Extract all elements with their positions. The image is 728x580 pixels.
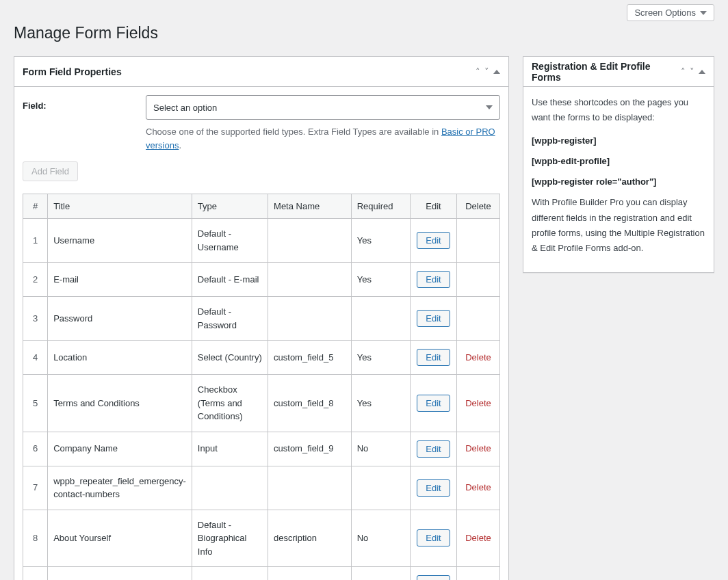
shortcode: [wppb-register]: [532, 133, 705, 148]
row-meta: [268, 219, 352, 263]
row-num: 6: [23, 432, 48, 466]
table-row: 1UsernameDefault - UsernameYesEdit: [23, 219, 500, 263]
row-required: No: [351, 510, 410, 567]
row-num: 3: [23, 297, 48, 341]
row-meta: [268, 466, 352, 510]
th-required: Required: [351, 194, 410, 219]
row-meta: custom_field_10: [268, 567, 352, 581]
row-type: Default - Biographical Info: [192, 510, 268, 567]
row-meta: description: [268, 510, 352, 567]
field-type-select[interactable]: Select an option: [146, 95, 500, 120]
row-type: [192, 466, 268, 510]
row-type: Select (Country): [192, 341, 268, 375]
row-required: Yes: [351, 375, 410, 432]
row-title: Company Name: [48, 432, 192, 466]
th-edit: Edit: [411, 194, 457, 219]
row-title: Terms and Conditions: [48, 375, 192, 432]
th-delete: Delete: [456, 194, 499, 219]
row-num: 4: [23, 341, 48, 375]
edit-button[interactable]: Edit: [417, 440, 450, 458]
edit-button[interactable]: Edit: [417, 395, 450, 412]
th-title: Title: [48, 194, 192, 219]
select-placeholder: Select an option: [153, 103, 217, 113]
row-required: [351, 466, 410, 510]
table-row: 5Terms and ConditionsCheckbox (Terms and…: [23, 375, 500, 432]
row-title: wppb_repeater_field_emergency-contact-nu…: [48, 466, 192, 510]
screen-options-button[interactable]: Screen Options: [627, 4, 714, 21]
move-up-icon[interactable]: ˄: [681, 66, 686, 77]
row-type: Default - Username: [192, 219, 268, 263]
row-required: Yes: [351, 219, 410, 263]
field-helptext: Choose one of the supported field types.…: [146, 125, 500, 152]
table-row: 4LocationSelect (Country)custom_field_5Y…: [23, 341, 500, 375]
row-num: 2: [23, 263, 48, 297]
table-row: 6Company NameInputcustom_field_9NoEditDe…: [23, 432, 500, 466]
move-down-icon[interactable]: ˅: [690, 66, 694, 77]
row-type: Default - Password: [192, 297, 268, 341]
row-type: Input: [192, 432, 268, 466]
row-type: Avatar: [192, 567, 268, 581]
chevron-down-icon: [486, 105, 493, 109]
delete-link[interactable]: Delete: [465, 352, 491, 362]
row-title: Password: [48, 297, 192, 341]
box-title: Form Field Properties: [23, 66, 122, 77]
delete-link[interactable]: Delete: [465, 443, 491, 453]
row-meta: custom_field_8: [268, 375, 352, 432]
row-required: No: [351, 567, 410, 581]
edit-button[interactable]: Edit: [417, 349, 450, 366]
row-title: Upload your Avatar: [48, 567, 192, 581]
page-title: Manage Form Fields: [14, 24, 714, 42]
table-row: 7wppb_repeater_field_emergency-contact-n…: [23, 466, 500, 510]
side-box-title: Registration & Edit Profile Forms: [532, 61, 681, 83]
shortcode: [wppb-edit-profile]: [532, 154, 705, 169]
edit-button[interactable]: Edit: [417, 479, 450, 497]
table-row: 9Upload your AvatarAvatarcustom_field_10…: [23, 567, 500, 581]
th-num: #: [23, 194, 48, 219]
row-num: 9: [23, 567, 48, 581]
row-type: Default - E-mail: [192, 263, 268, 297]
row-type: Checkbox (Terms and Conditions): [192, 375, 268, 432]
fields-table: # Title Type Meta Name Required Edit Del…: [23, 194, 500, 580]
th-type: Type: [192, 194, 268, 219]
row-num: 5: [23, 375, 48, 432]
row-required: No: [351, 432, 410, 466]
move-up-icon[interactable]: ˄: [476, 66, 480, 77]
table-row: 3PasswordDefault - PasswordEdit: [23, 297, 500, 341]
row-title: Username: [48, 219, 192, 263]
shortcode: [wppb-register role="author"]: [532, 174, 705, 189]
row-title: Location: [48, 341, 192, 375]
row-num: 1: [23, 219, 48, 263]
table-row: 8About YourselfDefault - Biographical In…: [23, 510, 500, 567]
edit-button[interactable]: Edit: [417, 575, 450, 580]
delete-link[interactable]: Delete: [465, 533, 491, 543]
toggle-icon[interactable]: [699, 70, 705, 74]
edit-button[interactable]: Edit: [417, 232, 450, 249]
delete-link[interactable]: Delete: [465, 398, 491, 408]
table-row: 2E-mailDefault - E-mailYesEdit: [23, 263, 500, 297]
row-meta: custom_field_5: [268, 341, 352, 375]
row-title: About Yourself: [48, 510, 192, 567]
row-meta: custom_field_9: [268, 432, 352, 466]
row-required: Yes: [351, 341, 410, 375]
edit-button[interactable]: Edit: [417, 529, 450, 546]
chevron-down-icon: [700, 11, 707, 15]
row-num: 8: [23, 510, 48, 567]
row-num: 7: [23, 466, 48, 510]
delete-link[interactable]: Delete: [465, 482, 491, 492]
screen-options-label: Screen Options: [634, 8, 696, 18]
add-field-button[interactable]: Add Field: [23, 161, 78, 181]
row-required: [351, 297, 410, 341]
registration-forms-box: Registration & Edit Profile Forms ˄ ˅ Us…: [523, 56, 714, 273]
move-down-icon[interactable]: ˅: [484, 66, 489, 77]
field-label: Field:: [23, 95, 132, 111]
edit-button[interactable]: Edit: [417, 310, 450, 327]
th-meta: Meta Name: [268, 194, 352, 219]
toggle-icon[interactable]: [493, 70, 500, 74]
row-title: E-mail: [48, 263, 192, 297]
row-required: Yes: [351, 263, 410, 297]
row-meta: [268, 297, 352, 341]
side-outro: With Profile Builder Pro you can display…: [532, 195, 705, 255]
edit-button[interactable]: Edit: [417, 271, 450, 288]
side-intro: Use these shortcodes on the pages you wa…: [532, 95, 705, 125]
row-meta: [268, 263, 352, 297]
